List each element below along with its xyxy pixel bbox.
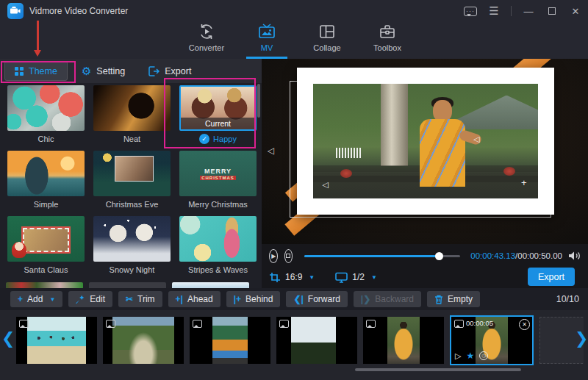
clip-thumbnail [27, 317, 85, 364]
tab-export-label: Export [165, 66, 191, 76]
maximize-button[interactable] [545, 4, 559, 18]
progress-thumb[interactable] [435, 252, 443, 260]
tab-setting[interactable]: ⚙ Setting [72, 61, 135, 81]
feedback-button[interactable]: ··· [464, 4, 477, 18]
timeline-scroll-left[interactable]: ❮ [1, 329, 15, 348]
tab-theme[interactable]: Theme [4, 61, 68, 81]
progress-fill [304, 255, 438, 257]
forward-icon: ❮| [293, 294, 303, 304]
theme-item-christmas-eve[interactable]: Christmas Eve [92, 151, 172, 209]
trash-icon [434, 295, 443, 304]
app-logo-icon [7, 3, 24, 19]
theme-thumbnail [7, 85, 85, 131]
titlebar: Vidmore Video Converter ··· ☰ — ✕ [0, 0, 588, 22]
feedback-icon: ··· [464, 7, 477, 16]
plus-icon: + [521, 177, 527, 188]
theme-thumbnail: Current [179, 85, 257, 131]
clip-duration-icon[interactable]: ◷ [479, 351, 488, 360]
menu-icon[interactable]: ☰ [487, 4, 501, 18]
export-button[interactable]: Export [528, 268, 575, 286]
person-in-video [412, 100, 476, 187]
timeline-clip-2[interactable] [103, 317, 184, 364]
close-button[interactable]: ✕ [569, 4, 582, 18]
theme-thumbnail [93, 85, 171, 131]
page-indicator: 1/2 [352, 272, 365, 282]
tab-export[interactable]: Export [139, 61, 201, 81]
theme-item-neat[interactable]: Neat [92, 85, 172, 144]
empty-button[interactable]: Empty [427, 291, 480, 307]
theme-panel: Theme ⚙ Setting Export Chic [0, 59, 262, 288]
theme-grid: Chic Neat Current ✓ Happy Simple [6, 85, 259, 275]
theme-thumbnail [7, 151, 85, 196]
playback-controls: ▶ 00:00:43.13/00:00:50.00 [269, 247, 581, 265]
timeline-clip-4[interactable] [276, 317, 357, 364]
ahead-button[interactable]: +| Ahead [168, 291, 220, 307]
scissors-icon: ✂ [126, 294, 133, 304]
theme-name: Neat [123, 134, 140, 144]
theme-thumbnail [179, 216, 257, 262]
theme-thumbnail: MERRY CHRISTMAS [179, 151, 257, 196]
panel-tabs: Theme ⚙ Setting Export [0, 59, 262, 83]
chevron-down-icon: ▼ [309, 274, 315, 281]
stop-button[interactable] [284, 249, 293, 263]
theme-thumbnail [93, 216, 171, 262]
clip-duration: 00:00:05 [466, 319, 493, 327]
flower [340, 169, 352, 178]
timeline-clip-5[interactable] [363, 317, 444, 364]
tab-collage-label: Collage [313, 43, 340, 52]
theme-grid-next-row [6, 282, 259, 288]
converter-icon [198, 22, 215, 41]
forward-button[interactable]: ❮| Forward [286, 291, 347, 307]
theme-item-happy-selected[interactable]: Current ✓ Happy [178, 85, 258, 144]
behind-button[interactable]: |+ Behind [226, 291, 281, 307]
timeline-clip-6-selected[interactable]: 00:00:05 ✕ ▷ ★ ◷ [450, 315, 534, 365]
add-button[interactable]: + Add ▼ [10, 291, 62, 307]
behind-icon: |+ [234, 294, 241, 304]
play-button[interactable]: ▶ [269, 249, 278, 263]
timeline-clip-3[interactable] [190, 317, 270, 364]
edit-button[interactable]: Edit [68, 291, 112, 307]
tab-collage[interactable]: Collage [297, 22, 357, 59]
image-icon [366, 320, 376, 328]
progress-slider[interactable] [304, 255, 460, 257]
theme-panel-scrollbar[interactable] [257, 84, 260, 118]
remove-clip-button[interactable]: ✕ [519, 319, 530, 330]
app-title: Vidmore Video Converter [29, 6, 128, 16]
page-select[interactable]: 1/2 ▼ [335, 272, 377, 283]
check-icon: ✓ [199, 134, 209, 144]
clip-play-icon[interactable]: ▷ [455, 351, 461, 361]
timeline-scroll-right[interactable]: ❯ [575, 329, 588, 348]
image-icon [454, 320, 464, 328]
trim-button[interactable]: ✂ Trim [118, 291, 162, 307]
image-icon [19, 320, 29, 328]
theme-item-merry-christmas[interactable]: MERRY CHRISTMAS Merry Christmas [178, 151, 258, 209]
time-display: 00:00:43.13/00:00:50.00 [470, 251, 562, 260]
aspect-ratio-select[interactable]: 16:9 ▼ [269, 272, 315, 283]
tab-mv[interactable]: MV [237, 22, 297, 59]
export-icon [148, 66, 159, 76]
aspect-ratio-icon [269, 272, 281, 283]
theme-thumbnail [93, 151, 171, 196]
timeline-scrollbar[interactable] [355, 368, 521, 371]
timeline-clip-1[interactable] [16, 317, 97, 364]
aspect-ratio-value: 16:9 [285, 272, 302, 282]
minimize-button[interactable]: — [522, 4, 535, 18]
backward-button[interactable]: |❯ Backward [354, 291, 421, 307]
theme-item-chic[interactable]: Chic [6, 85, 86, 144]
video-preview[interactable]: ◁ ◁ + ◁ [262, 59, 588, 244]
tab-converter-label: Converter [189, 43, 224, 52]
clip-edit-star-icon[interactable]: ★ [466, 351, 474, 361]
theme-item-stripes-waves[interactable]: Stripes & Waves [178, 216, 258, 275]
tab-converter[interactable]: Converter [176, 22, 237, 59]
tab-toolbox[interactable]: Toolbox [357, 22, 417, 59]
nav-left-triangle-icon: ◁ [268, 146, 274, 156]
volume-icon[interactable] [568, 251, 581, 261]
theme-item-simple[interactable]: Simple [6, 151, 86, 209]
current-time: 00:00:43.13 [470, 251, 515, 260]
theme-item-snowy-night[interactable]: Snowy Night [92, 216, 172, 275]
theme-item-santa-claus[interactable]: Santa Claus [6, 216, 86, 275]
photo-content: ◁ ◁ + [313, 84, 538, 198]
current-theme-label: Current [181, 118, 255, 129]
clip-toolbar: + Add ▼ Edit ✂ Trim +| Ahead |+ Behind ❮… [0, 288, 588, 310]
maximize-icon [548, 7, 556, 15]
